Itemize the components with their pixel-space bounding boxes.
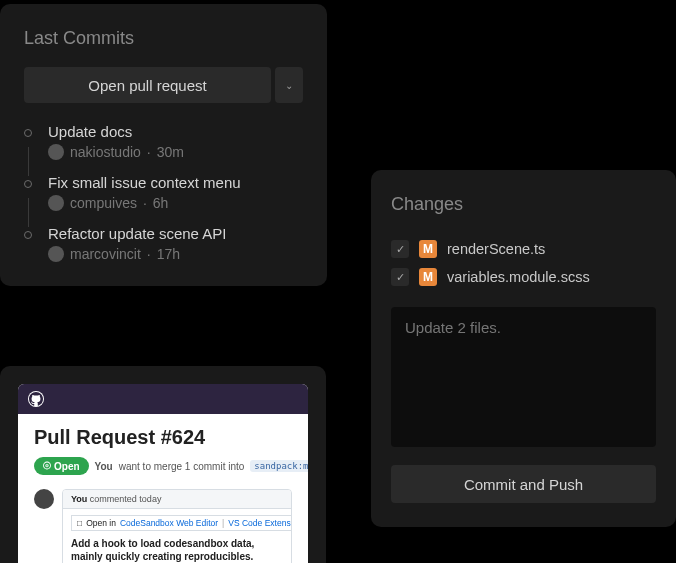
pr-comment-when: commented today bbox=[87, 494, 161, 504]
commit-time: 17h bbox=[157, 246, 180, 262]
commit-meta: nakiostudio · 30m bbox=[48, 144, 303, 160]
separator: | bbox=[222, 518, 224, 528]
open-in-label: Open in bbox=[86, 518, 116, 528]
git-pull-request-icon: ⦾ bbox=[43, 460, 51, 472]
timeline-line bbox=[28, 147, 29, 176]
pr-status-row: ⦾ Open You want to merge 1 commit into s… bbox=[34, 457, 292, 475]
commit-bullet-icon bbox=[24, 231, 32, 239]
changed-file-item[interactable]: ✓ M renderScene.ts bbox=[391, 235, 656, 263]
pull-request-preview-panel: Pull Request #624 ⦾ Open You want to mer… bbox=[0, 366, 326, 563]
commit-list: Update docs nakiostudio · 30m Fix small … bbox=[24, 123, 303, 262]
open-pull-request-dropdown[interactable]: ⌄ bbox=[275, 67, 303, 103]
modified-badge: M bbox=[419, 268, 437, 286]
changes-panel: Changes ✓ M renderScene.ts ✓ M variables… bbox=[371, 170, 676, 527]
last-commits-panel: Last Commits Open pull request ⌄ Update … bbox=[0, 4, 327, 286]
commit-item[interactable]: Fix small issue context menu compuives ·… bbox=[24, 174, 303, 225]
commit-item[interactable]: Update docs nakiostudio · 30m bbox=[24, 123, 303, 174]
commit-meta: marcovincit · 17h bbox=[48, 246, 303, 262]
commit-item[interactable]: Refactor update scene API marcovincit · … bbox=[24, 225, 303, 262]
avatar bbox=[48, 246, 64, 262]
pr-window: Pull Request #624 ⦾ Open You want to mer… bbox=[18, 384, 308, 563]
last-commits-title: Last Commits bbox=[24, 28, 303, 49]
commit-title: Update docs bbox=[48, 123, 303, 140]
commit-author: marcovincit bbox=[70, 246, 141, 262]
changes-title: Changes bbox=[391, 194, 656, 215]
pr-title: Pull Request #624 bbox=[34, 426, 292, 449]
pr-comment: You commented today □ Open in CodeSandbo… bbox=[34, 489, 292, 563]
commit-author: nakiostudio bbox=[70, 144, 141, 160]
open-in-square-icon: □ bbox=[77, 518, 82, 528]
timeline-line bbox=[28, 198, 29, 227]
open-in-bar: □ Open in CodeSandbox Web Editor | VS Co… bbox=[71, 515, 292, 531]
dot-separator: · bbox=[147, 144, 151, 160]
file-checkbox[interactable]: ✓ bbox=[391, 240, 409, 258]
dot-separator: · bbox=[143, 195, 147, 211]
open-in-vscode-link[interactable]: VS Code Extensio bbox=[228, 518, 292, 528]
changed-files-list: ✓ M renderScene.ts ✓ M variables.module.… bbox=[391, 235, 656, 291]
commit-title: Fix small issue context menu bbox=[48, 174, 303, 191]
commit-title: Refactor update scene API bbox=[48, 225, 303, 242]
pr-merge-text: want to merge 1 commit into bbox=[119, 461, 245, 472]
pr-comment-body: □ Open in CodeSandbox Web Editor | VS Co… bbox=[63, 509, 291, 563]
pr-comment-author: You bbox=[71, 494, 87, 504]
file-name: variables.module.scss bbox=[447, 269, 590, 285]
changed-file-item[interactable]: ✓ M variables.module.scss bbox=[391, 263, 656, 291]
pr-open-badge-label: Open bbox=[54, 461, 80, 472]
file-checkbox[interactable]: ✓ bbox=[391, 268, 409, 286]
pr-merge-you: You bbox=[95, 461, 113, 472]
commit-meta: compuives · 6h bbox=[48, 195, 303, 211]
open-in-codesandbox-link[interactable]: CodeSandbox Web Editor bbox=[120, 518, 218, 528]
commit-time: 30m bbox=[157, 144, 184, 160]
commit-and-push-button[interactable]: Commit and Push bbox=[391, 465, 656, 503]
pr-body: Pull Request #624 ⦾ Open You want to mer… bbox=[18, 414, 308, 563]
avatar bbox=[48, 144, 64, 160]
modified-badge: M bbox=[419, 240, 437, 258]
pr-comment-box: You commented today □ Open in CodeSandbo… bbox=[62, 489, 292, 563]
pr-open-badge: ⦾ Open bbox=[34, 457, 89, 475]
commit-bullet-icon bbox=[24, 180, 32, 188]
pr-comment-header: You commented today bbox=[63, 490, 291, 509]
avatar bbox=[34, 489, 54, 509]
commit-bullet-icon bbox=[24, 129, 32, 137]
github-icon bbox=[28, 391, 44, 407]
file-name: renderScene.ts bbox=[447, 241, 545, 257]
commit-message-input[interactable] bbox=[391, 307, 656, 447]
chevron-down-icon: ⌄ bbox=[285, 80, 293, 91]
open-pull-request-button[interactable]: Open pull request bbox=[24, 67, 271, 103]
dot-separator: · bbox=[147, 246, 151, 262]
avatar bbox=[48, 195, 64, 211]
commit-time: 6h bbox=[153, 195, 169, 211]
open-pr-button-group: Open pull request ⌄ bbox=[24, 67, 303, 103]
pr-target-branch: sandpack:master bbox=[250, 460, 308, 472]
pr-topbar bbox=[18, 384, 308, 414]
pr-description: Add a hook to load codesandbox data, mai… bbox=[71, 537, 283, 563]
commit-author: compuives bbox=[70, 195, 137, 211]
